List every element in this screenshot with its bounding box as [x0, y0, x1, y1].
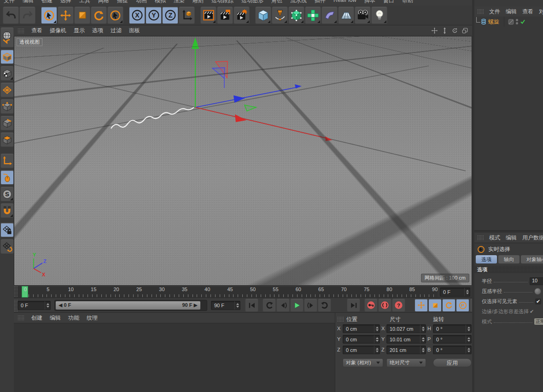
key-parameter-toggle[interactable]: P [456, 298, 469, 312]
material-menu-item[interactable]: 纹理 [87, 314, 98, 322]
points-mode-button[interactable] [0, 99, 14, 114]
material-menu-handle[interactable] [18, 315, 24, 321]
attribute-menu-item[interactable]: 模式 [489, 234, 500, 242]
menu-item[interactable]: 网格 [98, 0, 109, 5]
viewport-menu-item[interactable]: 摄像机 [50, 27, 66, 35]
goto-end-button[interactable] [347, 298, 360, 312]
viewport-pan-icon[interactable] [431, 27, 438, 35]
tolerant-selection-checkbox[interactable]: ✔ [529, 309, 535, 315]
size-mode-dropdown[interactable]: 绝对尺寸 [386, 358, 426, 367]
add-deformer-button[interactable] [321, 6, 338, 24]
object-manager-handle[interactable] [477, 9, 484, 14]
menu-item[interactable]: 创建 [41, 0, 53, 5]
options-section-header[interactable]: 选项 [474, 266, 543, 273]
menu-item[interactable]: 工具 [79, 0, 90, 5]
menu-item[interactable]: 流水线 [290, 0, 307, 5]
size-y-input[interactable]: 10.01 cm [386, 335, 426, 344]
key-scale-toggle[interactable] [428, 298, 442, 312]
viewport-rotate-icon[interactable] [451, 27, 458, 35]
tab-object-axis[interactable]: 对象轴心 [521, 255, 543, 263]
range-start-stepper[interactable] [45, 301, 50, 310]
viewport-maximize-icon[interactable] [461, 27, 468, 35]
menu-item[interactable]: 模拟 [155, 0, 166, 5]
object-name[interactable]: 螺旋 [488, 18, 499, 26]
workplane-button[interactable] [0, 239, 14, 254]
timeline-handle[interactable] [14, 286, 18, 298]
pressure-radius-toggle[interactable] [534, 288, 541, 295]
menu-item[interactable]: 插件 [315, 0, 326, 5]
rot-h-input[interactable]: 0 ° [433, 324, 472, 333]
y-axis-lock-button[interactable]: Y [146, 6, 162, 24]
range-end-spinner[interactable]: 90 F [211, 301, 240, 310]
viewport-menu-item[interactable]: 过滤 [111, 27, 122, 35]
previous-frame-button[interactable] [276, 298, 290, 312]
menu-item[interactable]: RealFlow [333, 0, 356, 5]
polygons-mode-button[interactable] [0, 132, 14, 147]
attribute-menu-item[interactable]: 用户数据 [522, 234, 543, 242]
current-frame-stepper[interactable] [464, 288, 470, 296]
move-tool-button[interactable] [58, 6, 74, 24]
coordinate-mode-dropdown[interactable]: 对象 (相对) [343, 358, 383, 367]
lock-workplane-button[interactable] [0, 222, 14, 237]
render-settings-button[interactable] [234, 6, 250, 24]
tab-options[interactable]: 选项 [476, 255, 497, 263]
menu-item[interactable]: 文件 [4, 0, 15, 5]
visibility-dots[interactable] [516, 19, 518, 24]
pos-z-input[interactable]: 0 cm [343, 345, 380, 354]
viewport-view-label[interactable]: 透视视图 [17, 38, 42, 46]
z-axis-lock-button[interactable]: Z [162, 6, 178, 24]
keying-settings-button[interactable]: ? [392, 298, 405, 312]
material-menu-item[interactable]: 功能 [68, 314, 79, 322]
live-selection-button[interactable] [41, 6, 57, 24]
tab-axis[interactable]: 轴向 [498, 255, 520, 263]
attribute-menu-item[interactable]: 编辑 [506, 234, 517, 242]
add-spline-button[interactable] [272, 6, 288, 24]
timeline-track[interactable]: 051015202530354045505560657075808590 [18, 286, 438, 298]
scale-tool-button[interactable] [74, 6, 90, 24]
menu-item[interactable]: 动画 [136, 0, 147, 5]
next-frame-button[interactable] [304, 298, 317, 312]
viewport-canvas[interactable]: Y Z X 透视视图 网格间距 : 100 cm [14, 36, 472, 286]
add-modeling-object-button[interactable] [305, 6, 321, 24]
viewport-menu-item[interactable]: 面板 [129, 27, 140, 35]
coordinates-handle[interactable] [337, 316, 344, 322]
viewport-menu-item[interactable]: 显示 [74, 27, 85, 35]
render-view-button[interactable] [200, 6, 216, 24]
object-manager-menu-item[interactable]: 编辑 [506, 8, 517, 16]
add-cube-button[interactable] [255, 6, 271, 24]
menu-item[interactable]: 渲染 [174, 0, 185, 5]
viewport-zoom-icon[interactable] [441, 27, 448, 35]
key-rotation-toggle[interactable] [442, 298, 455, 312]
editor-visibility-dot[interactable] [516, 19, 518, 21]
pos-x-input[interactable]: 0 cm [343, 324, 380, 333]
object-manager-menu-item[interactable]: 对象 [539, 8, 543, 16]
viewport-menu-handle[interactable] [18, 28, 24, 34]
object-manager-menu-item[interactable]: 查看 [522, 8, 533, 16]
range-end-stepper[interactable] [234, 301, 240, 310]
rotate-tool-button[interactable] [91, 6, 107, 24]
attribute-menu-handle[interactable] [477, 235, 484, 240]
coordinate-system-button[interactable] [179, 6, 195, 24]
autokey-button[interactable] [378, 298, 391, 312]
add-environment-button[interactable] [338, 6, 354, 24]
viewport-menu-item[interactable]: 选项 [92, 27, 103, 35]
frame-range-slider[interactable]: ◀ 0 F 90 F ▶ [54, 300, 207, 311]
enable-snap-button[interactable] [0, 203, 14, 218]
workplane-mode-button[interactable] [0, 82, 14, 97]
play-button[interactable] [290, 298, 304, 312]
menu-item[interactable]: 编辑 [23, 0, 34, 5]
axis-mode-button[interactable] [0, 153, 14, 168]
layer-swatch-icon[interactable] [508, 19, 514, 25]
object-manager-list[interactable]: 螺旋 [474, 17, 543, 230]
current-frame-spinner[interactable]: 0 F [440, 287, 470, 297]
range-start-spinner[interactable]: 0 F [18, 301, 51, 310]
rot-b-input[interactable]: 0 ° [433, 345, 472, 354]
model-mode-button[interactable] [0, 49, 14, 64]
goto-start-button[interactable] [245, 298, 258, 312]
pos-y-input[interactable]: 0 cm [343, 335, 380, 344]
key-position-toggle[interactable] [415, 298, 428, 312]
render-picture-viewer-button[interactable] [217, 6, 233, 24]
menu-item[interactable]: 脚本 [364, 0, 375, 5]
enabled-check-icon[interactable] [520, 19, 525, 24]
undo-button[interactable] [3, 6, 19, 24]
